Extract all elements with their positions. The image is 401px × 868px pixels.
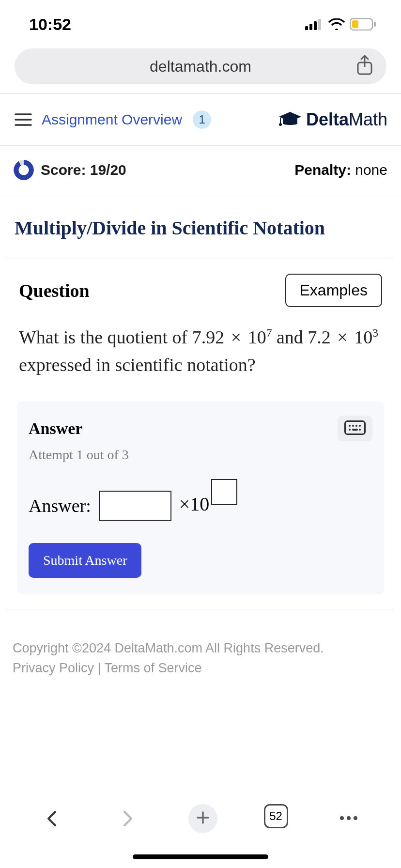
svg-point-18 — [349, 429, 351, 431]
wifi-icon — [328, 18, 345, 30]
assignment-overview-link[interactable]: Assignment Overview — [42, 111, 182, 128]
svg-rect-3 — [318, 19, 321, 30]
question-text: What is the quotient of 7.92 × 107 and 7… — [17, 324, 384, 379]
svg-rect-2 — [314, 21, 317, 30]
battery-icon — [350, 18, 377, 31]
svg-rect-6 — [374, 22, 376, 27]
url-pill[interactable]: deltamath.com — [15, 48, 386, 84]
submit-answer-button[interactable]: Submit Answer — [29, 543, 141, 578]
question-header: Question Examples — [17, 274, 384, 307]
svg-point-16 — [355, 425, 357, 427]
keyboard-button[interactable] — [338, 416, 372, 441]
share-icon[interactable] — [355, 55, 374, 78]
svg-point-15 — [352, 425, 354, 427]
answer-label: Answer: — [29, 495, 91, 516]
app-header: Assignment Overview 1 DeltaMath — [0, 93, 401, 146]
status-time: 10:52 — [29, 15, 71, 34]
status-icons — [305, 18, 377, 31]
brand-logo[interactable]: DeltaMath — [278, 109, 387, 130]
coefficient-input[interactable] — [99, 491, 171, 521]
status-bar: 10:52 — [0, 0, 401, 48]
answer-title: Answer — [29, 419, 82, 438]
svg-rect-0 — [305, 26, 308, 30]
forward-button[interactable] — [113, 804, 142, 833]
url-text: deltamath.com — [150, 58, 251, 76]
tab-count: 52 — [269, 809, 282, 823]
new-tab-button[interactable] — [188, 804, 217, 833]
question-card: Question Examples What is the quotient o… — [7, 259, 394, 609]
svg-point-25 — [354, 816, 357, 820]
exponent-input[interactable] — [211, 479, 237, 505]
svg-rect-13 — [345, 421, 365, 434]
overview-count-badge: 1 — [193, 110, 211, 129]
svg-rect-19 — [352, 429, 358, 431]
svg-point-23 — [340, 816, 344, 820]
answer-input-line: Answer: ×10 — [29, 491, 372, 521]
home-indicator — [133, 854, 268, 859]
score-row: Score: 19/20 Penalty: none — [0, 146, 401, 194]
page-footer: Copyright ©2024 DeltaMath.com All Rights… — [0, 609, 401, 678]
svg-rect-1 — [309, 24, 312, 30]
progress-spinner-icon — [14, 160, 34, 180]
more-button[interactable] — [334, 804, 363, 833]
more-icon — [339, 814, 358, 823]
graduation-cap-icon — [278, 111, 302, 128]
answer-box: Answer Attempt 1 out of 3 Answer: ×10 Su… — [17, 401, 384, 594]
privacy-link[interactable]: Privacy Policy — [13, 661, 94, 675]
svg-rect-5 — [352, 20, 358, 28]
terms-link[interactable]: Terms of Service — [105, 661, 202, 675]
plus-icon — [196, 810, 210, 827]
browser-url-bar: deltamath.com — [0, 48, 401, 93]
svg-point-14 — [349, 425, 351, 427]
times-ten-label: ×10 — [179, 493, 210, 515]
brand-math: Math — [349, 109, 387, 129]
question-label: Question — [19, 280, 90, 301]
examples-button[interactable]: Examples — [285, 274, 383, 307]
menu-icon[interactable] — [14, 110, 33, 129]
copyright-text: Copyright ©2024 DeltaMath.com All Rights… — [13, 638, 388, 658]
back-button[interactable] — [38, 804, 67, 833]
svg-point-20 — [359, 429, 361, 431]
brand-delta: Delta — [306, 109, 349, 129]
topic-title: Multiply/Divide in Scientific Notation — [0, 194, 401, 259]
tabs-button[interactable]: 52 — [264, 804, 288, 828]
penalty-text: Penalty: none — [294, 162, 387, 178]
attempt-text: Attempt 1 out of 3 — [29, 447, 372, 463]
cellular-icon — [305, 18, 324, 30]
svg-point-24 — [347, 816, 351, 820]
svg-point-17 — [359, 425, 361, 427]
score-text: Score: 19/20 — [41, 162, 126, 178]
keyboard-icon — [344, 429, 366, 436]
